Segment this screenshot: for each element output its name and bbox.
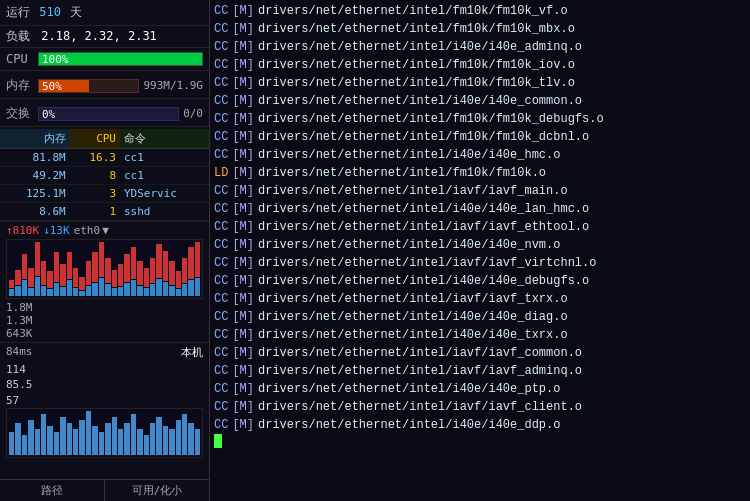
net-bar-up (182, 258, 187, 284)
mem-section: 内存 50% 993M/1.9G (0, 73, 209, 99)
table-row: 49.2M 8 cc1 (0, 167, 209, 185)
net-bar-up (35, 242, 40, 276)
log-bracket: [M] (232, 164, 254, 182)
log-line: CC[M]drivers/net/ethernet/intel/iavf/iav… (214, 344, 746, 362)
ping-label: 84ms (6, 345, 33, 360)
net-bar-down (144, 288, 149, 296)
proc-cmd: sshd (120, 203, 209, 221)
cpu-bar-container: 100% (38, 52, 203, 66)
proc-mem: 49.2M (0, 167, 70, 185)
log-tag: CC (214, 56, 228, 74)
log-path: drivers/net/ethernet/intel/fm10k/fm10k_t… (258, 74, 575, 92)
log-cursor-line (214, 434, 746, 448)
ping-bar (169, 429, 174, 455)
log-line: CC[M]drivers/net/ethernet/intel/iavf/iav… (214, 254, 746, 272)
swap-section: 交换 0% 0/0 (0, 101, 209, 127)
log-tag: CC (214, 308, 228, 326)
log-tag: CC (214, 110, 228, 128)
process-table: 内存 CPU 命令 81.8M 16.3 cc1 49.2M 8 cc1 125… (0, 129, 209, 221)
net-bar-down (156, 279, 161, 296)
log-path: drivers/net/ethernet/intel/i40e/i40e_ddp… (258, 416, 560, 434)
log-line: CC[M]drivers/net/ethernet/intel/iavf/iav… (214, 182, 746, 200)
net-bar-up (176, 271, 181, 288)
mem-label: 内存 (6, 77, 38, 94)
net-bar-down (131, 280, 136, 296)
net-bar-group (9, 242, 14, 296)
ping-bar (47, 426, 52, 455)
log-container: CC[M]drivers/net/ethernet/intel/fm10k/fm… (214, 2, 746, 434)
mem-detail: 993M/1.9G (143, 79, 203, 92)
col-mem: 内存 (0, 129, 70, 149)
net-bar-group (144, 242, 149, 296)
log-tag: CC (214, 236, 228, 254)
net-bar-up (150, 258, 155, 284)
ping-header: 84ms 本机 (6, 345, 203, 360)
log-line: CC[M]drivers/net/ethernet/intel/i40e/i40… (214, 200, 746, 218)
net-bar-down (35, 277, 40, 296)
ping-bar (54, 432, 59, 455)
net-bar-up (195, 242, 200, 277)
net-bar-down (86, 286, 91, 296)
net-bar-up (144, 268, 149, 287)
net-bar-down (124, 283, 129, 296)
net-bar-group (67, 242, 72, 296)
ping-bar (67, 423, 72, 455)
net-bar-down (54, 283, 59, 296)
proc-mem: 81.8M (0, 149, 70, 167)
log-path: drivers/net/ethernet/intel/i40e/i40e_txr… (258, 326, 568, 344)
log-line: CC[M]drivers/net/ethernet/intel/i40e/i40… (214, 236, 746, 254)
net-bar-group (156, 242, 161, 296)
log-line: CC[M]drivers/net/ethernet/intel/i40e/i40… (214, 326, 746, 344)
net-bar-group (79, 242, 84, 296)
net-bar-group (86, 242, 91, 296)
net-bar-group (105, 242, 110, 296)
log-path: drivers/net/ethernet/intel/fm10k/fm10k_v… (258, 2, 568, 20)
tab-avail[interactable]: 可用/化小 (105, 480, 209, 501)
ping-local: 本机 (181, 345, 203, 360)
uptime-unit: 天 (70, 5, 82, 19)
col-cmd: 命令 (120, 129, 209, 149)
log-tag: CC (214, 272, 228, 290)
log-bracket: [M] (232, 20, 254, 38)
ping-bar (163, 426, 168, 455)
net-bar-down (92, 283, 97, 296)
tab-path[interactable]: 路径 (0, 480, 105, 501)
ping-bar (144, 435, 149, 456)
log-bracket: [M] (232, 380, 254, 398)
log-path: drivers/net/ethernet/intel/fm10k/fm10k_d… (258, 110, 604, 128)
ping-bar (150, 423, 155, 455)
log-path: drivers/net/ethernet/intel/i40e/i40e_hmc… (258, 146, 560, 164)
ping-bar (9, 432, 14, 455)
log-bracket: [M] (232, 92, 254, 110)
log-path: drivers/net/ethernet/intel/iavf/iavf_vir… (258, 254, 596, 272)
cursor-block (214, 434, 222, 448)
log-path: drivers/net/ethernet/intel/iavf/iavf_mai… (258, 182, 568, 200)
load-section: 负载 2.18, 2.32, 2.31 (0, 26, 209, 48)
proc-mem: 8.6M (0, 203, 70, 221)
log-path: drivers/net/ethernet/intel/i40e/i40e_deb… (258, 272, 589, 290)
log-path: drivers/net/ethernet/intel/fm10k/fm10k.o (258, 164, 546, 182)
log-bracket: [M] (232, 110, 254, 128)
log-bracket: [M] (232, 218, 254, 236)
table-row: 81.8M 16.3 cc1 (0, 149, 209, 167)
ping-bar (118, 429, 123, 455)
log-bracket: [M] (232, 254, 254, 272)
net-dropdown-icon[interactable]: ▼ (102, 224, 109, 237)
net-bar-up (41, 261, 46, 285)
ping-bar (22, 435, 27, 456)
log-tag: LD (214, 164, 228, 182)
net-bar-up (73, 268, 78, 287)
ping-bar (195, 429, 200, 455)
net-bar-group (99, 242, 104, 296)
log-tag: CC (214, 128, 228, 146)
swap-bar-container: 0% 0/0 (38, 107, 203, 121)
ping-bar (105, 423, 110, 455)
net-bar-up (118, 264, 123, 285)
log-line: LD[M]drivers/net/ethernet/intel/fm10k/fm… (214, 164, 746, 182)
uptime-label: 运行 (6, 5, 30, 19)
net-bar-up (67, 252, 72, 280)
ping-bar (35, 429, 40, 455)
ping-graph (6, 408, 203, 458)
log-line: CC[M]drivers/net/ethernet/intel/fm10k/fm… (214, 56, 746, 74)
ping-bar (99, 432, 104, 455)
